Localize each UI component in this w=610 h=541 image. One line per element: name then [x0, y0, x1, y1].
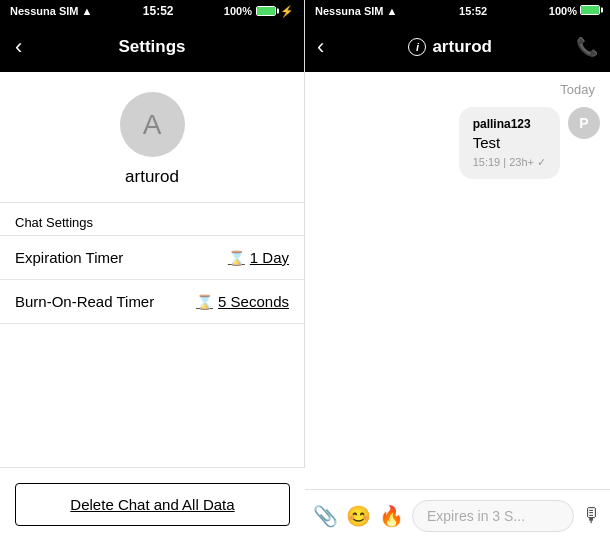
- left-bolt-icon: ⚡: [280, 5, 294, 18]
- right-panel: Nessuna SIM ▲ 15:52 100% ‹ i arturod 📞 T…: [305, 0, 610, 541]
- chat-avatar: P: [568, 107, 600, 139]
- wifi-icon: ▲: [82, 5, 93, 17]
- left-nav-title: Settings: [118, 37, 185, 57]
- message-meta: 15:19 | 23h+ ✓: [473, 156, 546, 169]
- mic-icon[interactable]: 🎙: [582, 504, 602, 527]
- left-carrier: Nessuna SIM ▲: [10, 5, 92, 17]
- right-battery-icon: [580, 5, 600, 15]
- burn-timer-value[interactable]: ⌛ 5 Seconds: [196, 293, 289, 310]
- chat-area: Today pallina123 Test 15:19 | 23h+ ✓ P: [305, 72, 610, 489]
- burn-timer-label: Burn-On-Read Timer: [15, 293, 154, 310]
- flame-icon[interactable]: 🔥: [379, 504, 404, 528]
- left-status-bar: Nessuna SIM ▲ 15:52 100% ⚡: [0, 0, 304, 22]
- right-status-bar: Nessuna SIM ▲ 15:52 100%: [305, 0, 610, 22]
- expiration-timer-label: Expiration Timer: [15, 249, 123, 266]
- chat-settings-header: Chat Settings: [0, 203, 304, 236]
- expiration-timer-row[interactable]: Expiration Timer ⌛ 1 Day: [0, 236, 304, 280]
- left-panel: Nessuna SIM ▲ 15:52 100% ⚡ ‹ Settings A …: [0, 0, 305, 541]
- right-title-area: i arturod: [408, 37, 492, 57]
- profile-name: arturod: [125, 167, 179, 187]
- delete-btn-container: Delete Chat and All Data: [0, 467, 305, 541]
- emoji-icon[interactable]: 😊: [346, 504, 371, 528]
- right-nav-title: arturod: [432, 37, 492, 57]
- hourglass-expiration-icon: ⌛: [228, 250, 245, 266]
- message-container: pallina123 Test 15:19 | 23h+ ✓ P: [305, 102, 610, 184]
- info-icon[interactable]: i: [408, 38, 426, 56]
- burn-timer-row[interactable]: Burn-On-Read Timer ⌛ 5 Seconds: [0, 280, 304, 324]
- message-bubble: pallina123 Test 15:19 | 23h+ ✓: [459, 107, 560, 179]
- right-wifi-icon: ▲: [387, 5, 398, 17]
- left-nav-bar: ‹ Settings: [0, 22, 304, 72]
- left-bottom-area: Delete Chat and All Data: [0, 324, 304, 541]
- profile-section: A arturod: [0, 72, 304, 203]
- delete-chat-button[interactable]: Delete Chat and All Data: [15, 483, 290, 526]
- message-text: Test: [473, 134, 546, 151]
- right-back-button[interactable]: ‹: [317, 34, 324, 60]
- right-battery-label: 100%: [549, 5, 577, 17]
- left-time: 15:52: [143, 4, 174, 18]
- expiration-timer-value[interactable]: ⌛ 1 Day: [228, 249, 289, 266]
- right-time: 15:52: [459, 5, 487, 17]
- left-right-icons: 100% ⚡: [224, 5, 294, 18]
- chat-input-bar: 📎 😊 🔥 Expires in 3 S... 🎙: [305, 489, 610, 541]
- left-battery-icon: [256, 6, 276, 16]
- left-back-button[interactable]: ‹: [15, 34, 22, 60]
- date-label: Today: [305, 72, 610, 102]
- right-nav-bar: ‹ i arturod 📞: [305, 22, 610, 72]
- paperclip-icon[interactable]: 📎: [313, 504, 338, 528]
- right-carrier: Nessuna SIM ▲: [315, 5, 397, 17]
- message-input[interactable]: Expires in 3 S...: [412, 500, 574, 532]
- message-sender: pallina123: [473, 117, 546, 131]
- settings-section: Chat Settings Expiration Timer ⌛ 1 Day B…: [0, 203, 304, 324]
- checkmark-icon: ✓: [537, 156, 546, 168]
- left-battery-label: 100%: [224, 5, 252, 17]
- hourglass-burn-icon: ⌛: [196, 294, 213, 310]
- right-right-icons: 100%: [549, 5, 600, 17]
- phone-icon[interactable]: 📞: [576, 36, 598, 58]
- avatar: A: [120, 92, 185, 157]
